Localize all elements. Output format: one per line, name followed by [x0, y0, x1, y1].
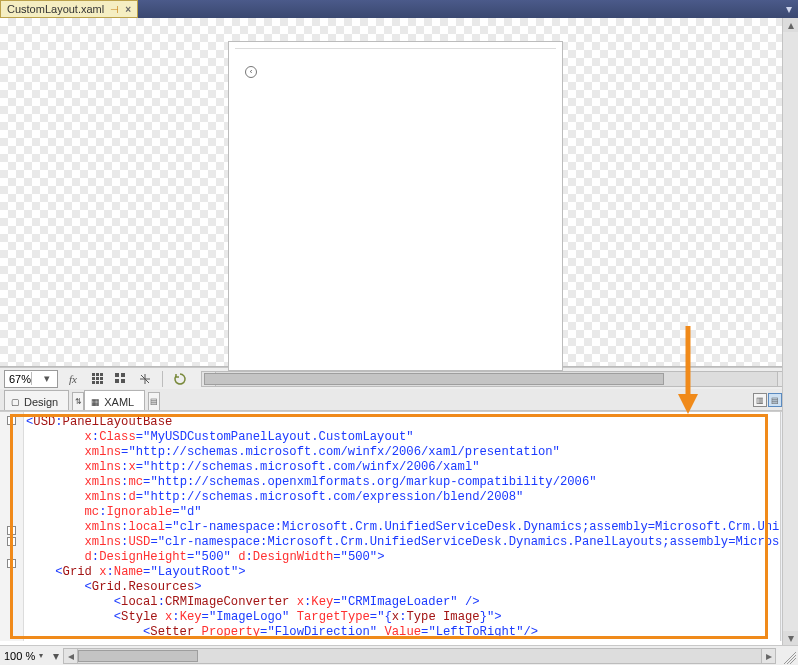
split-horizontal-icon[interactable]: ▤ — [768, 393, 782, 407]
separator — [162, 371, 163, 387]
designer-toolbar: 67% ▾ fx ◂ ▸ — [0, 367, 798, 389]
scroll-up-icon[interactable]: ▴ — [783, 18, 798, 32]
zoom-combo[interactable]: 67% ▾ — [4, 370, 58, 388]
status-zoom: 100 % — [4, 650, 35, 662]
swap-panes-icon[interactable]: ⇅ — [72, 392, 84, 410]
fold-toggle-icon[interactable]: - — [7, 559, 16, 568]
editor-horizontal-scrollbar[interactable]: ◂ ▸ — [63, 648, 776, 664]
zoom-out-icon[interactable]: ▾ — [53, 649, 59, 663]
effects-toggle-icon[interactable]: fx — [64, 370, 82, 388]
document-tab-bar: CustomLayout.xaml ⊣ × ▾ — [0, 0, 798, 18]
scroll-thumb[interactable] — [204, 373, 664, 385]
svg-rect-1 — [121, 373, 125, 377]
scroll-down-icon[interactable]: ▾ — [783, 631, 798, 645]
pin-icon[interactable]: ⊣ — [110, 4, 119, 15]
tab-xaml-label: XAML — [104, 396, 134, 408]
split-vertical-icon[interactable]: ▥ — [753, 393, 767, 407]
tab-xaml[interactable]: ▦ XAML — [84, 390, 145, 410]
fold-toggle-icon[interactable]: - — [7, 416, 16, 425]
scroll-thumb[interactable] — [78, 650, 198, 662]
tag-glyph-icon[interactable]: ‹ — [245, 66, 257, 78]
xaml-editor-pane: - ---- ----- - - - - <USD:PanelLayoutBas… — [0, 411, 798, 641]
scroll-left-icon[interactable]: ◂ — [64, 649, 78, 663]
fold-gutter[interactable]: - ---- ----- - - - - — [0, 412, 24, 641]
resize-grip-icon[interactable] — [780, 648, 796, 664]
doc-outline-icon[interactable]: ▤ — [148, 392, 160, 410]
fold-toggle-icon[interactable]: - — [7, 537, 16, 546]
scroll-track[interactable] — [783, 32, 798, 631]
snap-grid-icon[interactable] — [112, 370, 130, 388]
snaplines-icon[interactable] — [136, 370, 154, 388]
file-tab-customlayout[interactable]: CustomLayout.xaml ⊣ × — [0, 0, 138, 18]
fold-toggle-icon[interactable]: - — [7, 526, 16, 535]
chevron-down-icon[interactable]: ▾ — [39, 651, 43, 660]
grid-small-icon[interactable] — [88, 370, 106, 388]
refresh-icon[interactable] — [171, 370, 189, 388]
active-files-dropdown-icon[interactable]: ▾ — [780, 0, 798, 18]
designer-vertical-scrollbar[interactable]: ▴ ▾ — [782, 18, 798, 645]
xaml-mini-icon: ▦ — [91, 397, 100, 407]
tab-design[interactable]: ▢ Design — [4, 390, 69, 410]
zoom-value: 67% — [5, 373, 31, 385]
svg-rect-2 — [115, 379, 119, 383]
file-tab-label: CustomLayout.xaml — [7, 3, 104, 15]
xaml-designer-canvas[interactable]: ‹ — [0, 18, 798, 367]
scroll-right-icon[interactable]: ▸ — [761, 649, 775, 663]
design-surface[interactable]: ‹ — [228, 41, 563, 371]
designer-horizontal-scrollbar[interactable]: ◂ ▸ — [201, 371, 792, 387]
view-tab-row: ▢ Design ⇅ ▦ XAML ▤ ▥ ▤ ▣ — [0, 389, 798, 411]
chevron-down-icon[interactable]: ▾ — [31, 372, 57, 385]
svg-rect-0 — [115, 373, 119, 377]
design-mini-icon: ▢ — [11, 397, 20, 407]
close-icon[interactable]: × — [125, 4, 131, 15]
status-bar: 100 % ▾ ▾ ◂ ▸ — [0, 645, 798, 665]
xaml-code-editor[interactable]: <USD:PanelLayoutBase x:Class="MyUSDCusto… — [24, 412, 780, 641]
svg-rect-3 — [121, 379, 125, 383]
tab-design-label: Design — [24, 396, 58, 408]
